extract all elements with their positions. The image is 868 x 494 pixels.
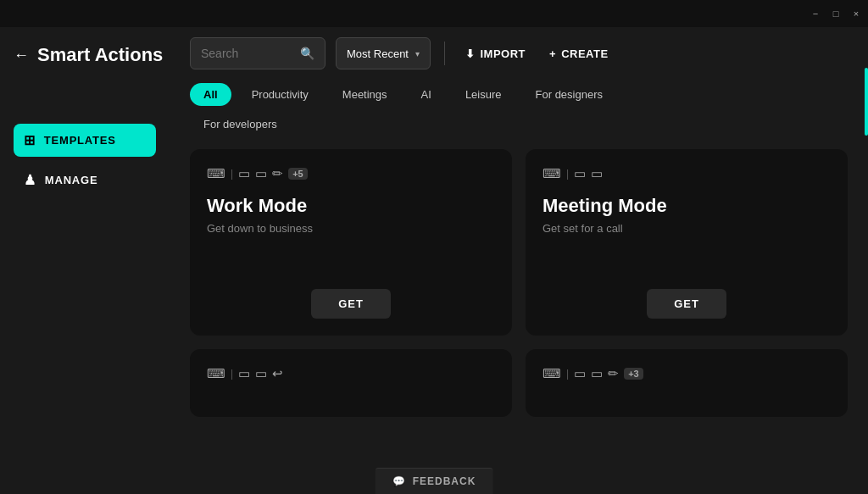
- create-label: CREATE: [561, 47, 608, 60]
- card-3-icons: ⌨ | ▭ ▭ ↩: [207, 366, 495, 381]
- import-icon: ⬇: [465, 47, 476, 60]
- sidebar-item-manage-label: MANAGE: [45, 174, 98, 186]
- card-meeting-mode-subtitle: Get set for a call: [542, 222, 831, 235]
- sidebar: ← Smart Actions ⊞ TEMPLATES ♟ MANAGE: [0, 27, 170, 494]
- monitor-icon-1: ▭: [238, 166, 250, 181]
- filter-tab-all[interactable]: All: [190, 83, 231, 106]
- card-3: ⌨ | ▭ ▭ ↩: [190, 349, 512, 417]
- feedback-label: FEEDBACK: [413, 475, 476, 487]
- create-button[interactable]: + CREATE: [542, 42, 615, 65]
- card-work-mode-icons: ⌨ | ▭ ▭ ✏ +5: [207, 166, 495, 181]
- pencil-icon: ✏: [272, 166, 283, 181]
- feedback-icon: 💬: [392, 475, 406, 487]
- keyboard-icon-3: ⌨: [207, 366, 225, 381]
- back-title-area: ← Smart Actions: [14, 44, 156, 66]
- maximize-button[interactable]: □: [831, 8, 841, 19]
- feedback-bar[interactable]: 💬 FEEDBACK: [376, 468, 493, 494]
- keyboard-icon-2: ⌨: [542, 166, 561, 181]
- card-4-icons: ⌨ | ▭ ▭ ✏ +3: [542, 366, 831, 381]
- filter-tab-for-designers[interactable]: For designers: [522, 83, 616, 106]
- filter-tabs-row2: For developers: [190, 113, 848, 136]
- title-bar: − □ ×: [0, 0, 868, 27]
- search-icon: 🔍: [300, 47, 314, 60]
- import-label: IMPORT: [480, 47, 526, 60]
- monitor-icon-2: ▭: [255, 166, 267, 181]
- replay-icon: ↩: [272, 366, 283, 381]
- sort-dropdown[interactable]: Most Recent ▾: [336, 37, 431, 69]
- plus-badge-2: +3: [624, 368, 643, 380]
- manage-icon: ♟: [24, 172, 36, 188]
- card-work-mode-title: Work Mode: [207, 195, 495, 217]
- icon-separator-4: |: [566, 368, 569, 380]
- icon-separator-3: |: [231, 368, 233, 380]
- card-work-mode-get-button[interactable]: GET: [311, 289, 391, 319]
- card-meeting-mode-get-button[interactable]: GET: [647, 289, 726, 319]
- main-content: 🔍 Most Recent ▾ ⬇ IMPORT + CREATE All Pr…: [170, 27, 868, 494]
- monitor-icon-8: ▭: [591, 366, 603, 381]
- monitor-icon-3: ▭: [574, 166, 586, 181]
- icon-separator-2: |: [566, 168, 569, 180]
- sidebar-item-templates[interactable]: ⊞ TEMPLATES: [14, 124, 156, 157]
- sidebar-item-templates-label: TEMPLATES: [44, 134, 116, 147]
- card-work-mode-subtitle: Get down to business: [207, 222, 495, 235]
- app-container: ← Smart Actions ⊞ TEMPLATES ♟ MANAGE 🔍 M…: [0, 27, 868, 494]
- plus-badge: +5: [288, 168, 308, 180]
- monitor-icon-5: ▭: [238, 366, 250, 381]
- scroll-accent: [865, 68, 868, 136]
- pencil-icon-2: ✏: [608, 366, 619, 381]
- icon-separator: |: [231, 168, 233, 180]
- close-button[interactable]: ×: [851, 8, 861, 19]
- import-button[interactable]: ⬇ IMPORT: [459, 42, 532, 65]
- monitor-icon-7: ▭: [574, 366, 586, 381]
- sort-selected-label: Most Recent: [347, 47, 409, 60]
- sidebar-item-manage[interactable]: ♟ MANAGE: [14, 164, 156, 197]
- templates-icon: ⊞: [24, 132, 36, 148]
- create-plus-icon: +: [549, 47, 556, 60]
- toolbar-divider: [444, 42, 445, 65]
- top-bar: 🔍 Most Recent ▾ ⬇ IMPORT + CREATE: [190, 27, 848, 83]
- back-arrow-button[interactable]: ←: [14, 47, 29, 64]
- filter-tabs-row1: All Productivity Meetings AI Leisure For…: [190, 83, 848, 106]
- card-meeting-mode-title: Meeting Mode: [542, 195, 831, 217]
- filter-tab-meetings[interactable]: Meetings: [329, 83, 401, 106]
- keyboard-icon: ⌨: [207, 166, 225, 181]
- search-input[interactable]: [201, 47, 293, 60]
- keyboard-icon-4: ⌨: [542, 366, 561, 381]
- minimize-button[interactable]: −: [810, 8, 821, 19]
- cards-grid: ⌨ | ▭ ▭ ✏ +5 Work Mode Get down to busin…: [190, 149, 848, 417]
- card-meeting-mode-icons: ⌨ | ▭ ▭: [542, 166, 831, 181]
- monitor-icon-4: ▭: [591, 166, 603, 181]
- search-box[interactable]: 🔍: [190, 37, 326, 69]
- filter-tab-for-developers[interactable]: For developers: [190, 113, 291, 136]
- filter-tab-leisure[interactable]: Leisure: [452, 83, 515, 106]
- card-4: ⌨ | ▭ ▭ ✏ +3: [526, 349, 848, 417]
- filter-tab-ai[interactable]: AI: [408, 83, 445, 106]
- card-meeting-mode: ⌨ | ▭ ▭ Meeting Mode Get set for a call …: [526, 149, 848, 336]
- chevron-down-icon: ▾: [415, 49, 420, 58]
- app-title: Smart Actions: [37, 44, 163, 66]
- card-work-mode: ⌨ | ▭ ▭ ✏ +5 Work Mode Get down to busin…: [190, 149, 512, 336]
- filter-tab-productivity[interactable]: Productivity: [238, 83, 322, 106]
- monitor-icon-6: ▭: [255, 366, 267, 381]
